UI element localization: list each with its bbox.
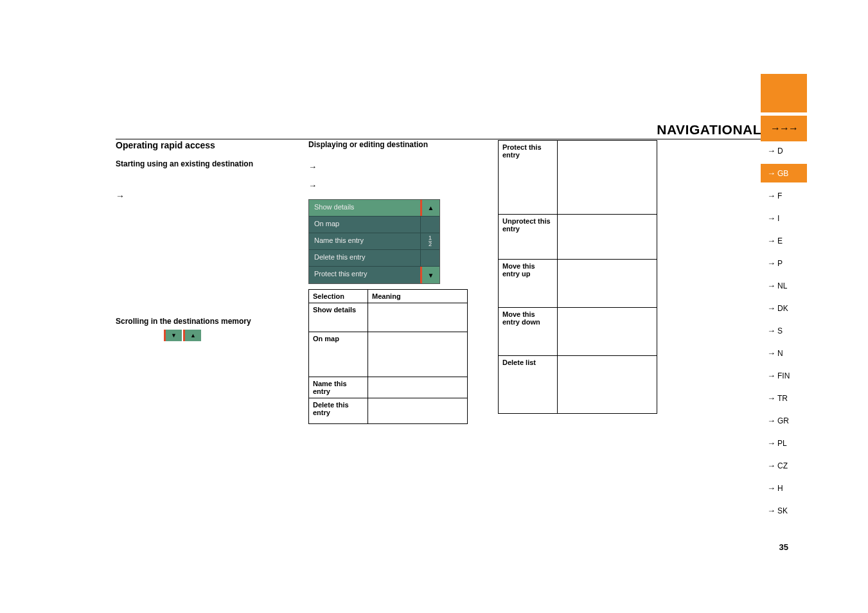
lang-code: D xyxy=(777,147,783,155)
arrow-icon: → xyxy=(767,393,775,403)
lang-item-h[interactable]: →H xyxy=(761,479,807,497)
lang-item-s[interactable]: →S xyxy=(761,321,807,340)
page-number: 35 xyxy=(779,542,788,552)
options-table: Selection Meaning Show details On map Na… xyxy=(308,289,468,424)
editbox-screenshot: Show details ▲ On map Name this entry 12… xyxy=(308,199,440,284)
arrow-icon: → xyxy=(767,506,775,515)
lang-code: PL xyxy=(777,439,787,448)
table-cell xyxy=(558,356,657,414)
table-header-row: Selection Meaning xyxy=(309,290,468,303)
lang-item-gr[interactable]: →GR xyxy=(761,411,807,430)
lang-code: F xyxy=(777,191,782,200)
table-cell xyxy=(368,303,468,332)
editbox-item-on-map: On map xyxy=(309,217,420,233)
column-3: Protect this entry Unprotect this entry … xyxy=(498,140,687,424)
table-row: Name this entry xyxy=(309,377,468,398)
scroll-down-icon: ▼ xyxy=(420,267,439,283)
table-row: Delete this entry xyxy=(309,398,468,424)
table-header-meaning: Meaning xyxy=(368,290,468,303)
step-arrow-icon: → xyxy=(308,162,498,172)
scroll-up-icon: ▲ xyxy=(420,200,439,216)
scrollbar-track xyxy=(420,217,439,233)
lang-code: CZ xyxy=(777,461,788,470)
table-cell: Move this entry up xyxy=(499,260,558,308)
lang-code: P xyxy=(777,259,783,268)
table-cell xyxy=(368,398,468,424)
lang-code: SK xyxy=(777,506,788,515)
lang-item-gb[interactable]: →GB xyxy=(761,164,807,182)
editbox-item-protect-entry: Protect this entry xyxy=(309,267,420,283)
column-1: Operating rapid access Starting using an… xyxy=(116,140,308,424)
editbox-row: On map xyxy=(309,217,439,233)
lang-item-n[interactable]: →N xyxy=(761,344,807,362)
table-row: Show details xyxy=(309,303,468,332)
table-cell xyxy=(368,377,468,398)
step-arrow-icon: → xyxy=(308,181,498,190)
lang-code: TR xyxy=(777,394,788,403)
table-cell: Name this entry xyxy=(309,377,368,398)
arrow-icon: → xyxy=(767,416,775,425)
lang-item-nl[interactable]: →NL xyxy=(761,276,807,295)
options-table-continued: Protect this entry Unprotect this entry … xyxy=(498,140,657,414)
lang-item-tr[interactable]: →TR xyxy=(761,389,807,407)
subsection-heading: Starting using an existing destination xyxy=(116,159,308,168)
continuation-arrows: →→→ xyxy=(761,116,807,141)
lang-item-dk[interactable]: →DK xyxy=(761,299,807,317)
editbox-item-delete-entry: Delete this entry xyxy=(309,250,420,266)
section-heading: Operating rapid access xyxy=(116,140,308,150)
lang-item-e[interactable]: →E xyxy=(761,231,807,250)
lang-item-sk[interactable]: →SK xyxy=(761,501,807,520)
lang-item-i[interactable]: →I xyxy=(761,209,807,227)
column-2: Displaying or editing destination → → Sh… xyxy=(308,140,498,424)
scrollbar-track xyxy=(420,250,439,266)
corner-decoration xyxy=(761,74,807,112)
lang-item-d[interactable]: →D xyxy=(761,141,807,160)
lang-item-f[interactable]: →F xyxy=(761,186,807,205)
arrow-icon: → xyxy=(767,168,775,178)
arrow-icon: → xyxy=(767,281,775,290)
lang-code: I xyxy=(777,214,779,223)
lang-item-fin[interactable]: →FIN xyxy=(761,366,807,385)
editbox-row: Protect this entry ▼ xyxy=(309,267,439,283)
page-header: NAVIGATIONAL MODE xyxy=(116,122,807,139)
lang-code: GB xyxy=(777,169,788,178)
lang-item-p[interactable]: →P xyxy=(761,254,807,272)
table-header-selection: Selection xyxy=(309,290,368,303)
step-arrow-icon: → xyxy=(116,191,308,201)
lang-item-pl[interactable]: →PL xyxy=(761,434,807,452)
editbox-item-show-details: Show details xyxy=(309,200,420,216)
lang-code: H xyxy=(777,484,783,493)
table-cell: Show details xyxy=(309,303,368,332)
table-cell: Unprotect this entry xyxy=(499,215,558,260)
lang-code: E xyxy=(777,236,783,245)
arrow-icon: → xyxy=(767,303,775,313)
table-cell xyxy=(558,141,657,215)
lang-code: FIN xyxy=(777,371,790,380)
page-indicator: 12 xyxy=(420,233,439,249)
content-area: Operating rapid access Starting using an… xyxy=(116,140,807,424)
lang-code: DK xyxy=(777,304,788,313)
table-row: Unprotect this entry xyxy=(499,215,657,260)
table-cell: Delete list xyxy=(499,356,558,414)
editbox-row: Show details ▲ xyxy=(309,200,439,217)
arrow-icon: → xyxy=(767,461,775,470)
table-cell xyxy=(368,332,468,377)
table-row: Move this entry up xyxy=(499,260,657,308)
editbox-row: Name this entry 12 xyxy=(309,233,439,250)
table-row: Delete list xyxy=(499,356,657,414)
lang-item-cz[interactable]: →CZ xyxy=(761,456,807,475)
scroll-buttons-graphic: ▼ ▲ xyxy=(164,330,308,341)
arrow-icon: → xyxy=(767,483,775,493)
arrow-icon: → xyxy=(767,371,775,380)
scroll-down-button: ▼ xyxy=(164,330,182,341)
arrow-icon: → xyxy=(767,146,775,155)
lang-code: S xyxy=(777,326,783,335)
arrow-icon: → xyxy=(767,236,775,245)
table-cell: Move this entry down xyxy=(499,308,558,356)
arrow-icon: → xyxy=(767,348,775,358)
table-cell: On map xyxy=(309,332,368,377)
table-row: Move this entry down xyxy=(499,308,657,356)
scroll-up-button: ▲ xyxy=(183,330,201,341)
subsection-heading: Displaying or editing destination xyxy=(308,140,498,149)
arrow-icon: → xyxy=(767,438,775,448)
